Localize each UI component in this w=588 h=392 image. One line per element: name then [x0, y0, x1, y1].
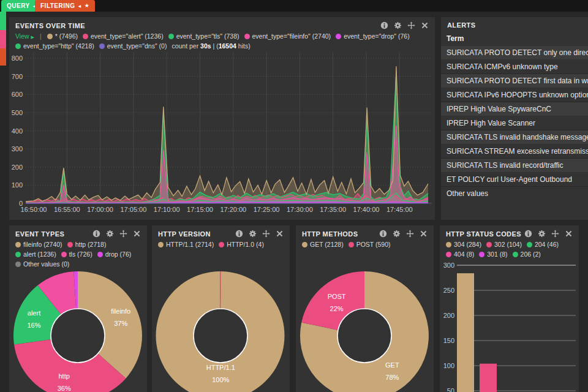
close-icon[interactable]: [565, 230, 573, 238]
alert-term-row[interactable]: SURICATA PROTO DETECT first data in wron…: [441, 74, 588, 88]
legend-item[interactable]: event_type="tls" (738): [168, 32, 239, 40]
view-link[interactable]: View ▶: [15, 32, 34, 40]
info-icon[interactable]: [524, 230, 532, 238]
legend-item[interactable]: event_type="alert" (1236): [83, 32, 164, 40]
legend-item[interactable]: HTTP/1.0 (4): [219, 241, 264, 248]
legend-item[interactable]: 404 (8): [446, 251, 474, 258]
alert-term-row[interactable]: SURICATA IPv6 HOPOPTS unknown option: [441, 88, 588, 102]
gear-icon[interactable]: [393, 230, 401, 238]
legend-color-dot: [336, 34, 341, 39]
legend-item[interactable]: alert (1236): [15, 251, 56, 258]
legend-item[interactable]: drop (76): [97, 251, 132, 258]
count-per-note: count per 30s | (16504 hits): [172, 42, 250, 50]
legend-item[interactable]: 301 (8): [479, 251, 507, 258]
row-collapse-strip-orange[interactable]: [0, 48, 6, 66]
legend-label: event_type="tls" (738): [176, 32, 239, 40]
svg-text:200: 200: [12, 164, 23, 171]
alert-term-row[interactable]: IPREP High Value Scanner: [441, 116, 588, 130]
move-icon[interactable]: [119, 230, 127, 238]
legend-label: fileinfo (2740): [23, 241, 62, 248]
alert-term-row[interactable]: SURICATA ICMPv6 unknown type: [441, 60, 588, 74]
panel-controls: [379, 230, 428, 238]
legend-color-dot: [513, 252, 518, 257]
gear-icon[interactable]: [394, 21, 402, 29]
gear-icon[interactable]: [538, 230, 546, 238]
panel-title: EVENTS OVER TIME: [15, 22, 85, 29]
event-types-legend: fileinfo (2740)http (2718)alert (1236)tl…: [9, 239, 147, 268]
star-icon[interactable]: ★: [85, 3, 90, 9]
legend-item[interactable]: fileinfo (2740): [15, 241, 62, 248]
legend-label: HTTP/1.1 (2714): [166, 241, 214, 248]
legend-label: 302 (104): [494, 241, 522, 248]
svg-text:HTTP/1.1: HTTP/1.1: [206, 364, 235, 371]
legend-label: 206 (2): [521, 251, 541, 258]
svg-text:17:35:00: 17:35:00: [320, 206, 346, 213]
info-icon[interactable]: [380, 21, 388, 29]
legend-item[interactable]: 304 (284): [446, 241, 481, 248]
svg-text:100%: 100%: [212, 376, 229, 383]
close-icon[interactable]: [276, 230, 284, 238]
legend-label: event_type="drop" (76): [344, 32, 410, 40]
legend-color-dot: [486, 242, 492, 247]
svg-text:22%: 22%: [330, 305, 344, 312]
legend-label: * (7496): [55, 32, 78, 40]
close-icon[interactable]: [421, 21, 429, 29]
legend-color-dot: [527, 242, 532, 247]
svg-text:100: 100: [12, 181, 23, 189]
alert-term-row[interactable]: Other values: [441, 187, 588, 200]
panel-event-types: EVENT TYPES fileinfo (2740)http (2718)al…: [9, 225, 147, 392]
tab-filtering[interactable]: FILTERING ◀ ★: [35, 0, 95, 12]
legend-color-dot: [15, 242, 21, 247]
legend-item[interactable]: tls (726): [61, 251, 92, 258]
panel-http-methods: HTTP METHODS GET (2128)POST (590) GET78%…: [296, 225, 434, 392]
row-collapse-strip-green[interactable]: [0, 12, 6, 30]
legend-item[interactable]: HTTP/1.1 (2714): [158, 241, 214, 248]
alert-term-row[interactable]: SURICATA STREAM excessive retransmission…: [441, 145, 588, 159]
svg-text:GET: GET: [385, 361, 399, 369]
panel-title: HTTP METHODS: [302, 230, 358, 238]
legend-label: HTTP/1.0 (4): [227, 241, 264, 248]
legend-item[interactable]: http (2718): [67, 241, 107, 248]
legend-item[interactable]: 206 (2): [513, 251, 541, 258]
legend-item[interactable]: POST (590): [349, 241, 391, 248]
legend-item[interactable]: event_type="dns" (0): [99, 42, 167, 50]
svg-text:150: 150: [443, 337, 454, 344]
legend-label: drop (76): [105, 251, 132, 258]
move-icon[interactable]: [406, 230, 414, 238]
legend-item[interactable]: GET (2128): [302, 241, 344, 248]
info-icon[interactable]: [235, 230, 243, 238]
move-icon[interactable]: [407, 21, 415, 29]
legend-item[interactable]: event_type="http" (4218): [15, 42, 94, 50]
legend-item[interactable]: 302 (104): [486, 241, 522, 248]
move-icon[interactable]: [262, 230, 270, 238]
gear-icon[interactable]: [249, 230, 257, 238]
svg-text:300: 300: [443, 262, 454, 269]
legend-item[interactable]: Other values (0): [15, 260, 69, 268]
legend-item[interactable]: event_type="fileinfo" (2740): [244, 32, 331, 40]
legend-item[interactable]: * (7496): [47, 32, 78, 40]
alert-term-row[interactable]: IPREP High Value SpywareCnC: [441, 102, 588, 116]
svg-text:17:25:00: 17:25:00: [254, 206, 280, 213]
close-icon[interactable]: [420, 230, 428, 238]
svg-text:17:05:00: 17:05:00: [120, 206, 146, 213]
collapse-icon[interactable]: ◀: [78, 4, 81, 8]
alert-term-row[interactable]: SURICATA TLS invalid handshake message: [441, 130, 588, 145]
panel-title: EVENT TYPES: [15, 230, 64, 238]
row-collapse-strip-pink[interactable]: [0, 30, 6, 48]
legend-color-dot: [83, 34, 88, 39]
gear-icon[interactable]: [106, 230, 114, 238]
legend-item[interactable]: 204 (46): [527, 241, 559, 248]
alert-term-row[interactable]: SURICATA PROTO DETECT only one direction…: [441, 46, 588, 60]
svg-text:78%: 78%: [385, 374, 399, 381]
legend-color-dot: [67, 242, 73, 247]
info-icon[interactable]: [92, 230, 100, 238]
alert-term-row[interactable]: SURICATA TLS invalid record/traffic: [441, 159, 588, 173]
move-icon[interactable]: [551, 230, 559, 238]
http-methods-legend: GET (2128)POST (590): [296, 239, 434, 248]
info-icon[interactable]: [379, 230, 387, 238]
close-icon[interactable]: [133, 230, 141, 238]
tab-filtering-label: FILTERING: [40, 2, 75, 9]
legend-label: 304 (284): [454, 241, 481, 248]
legend-item[interactable]: event_type="drop" (76): [336, 32, 410, 40]
alert-term-row[interactable]: ET POLICY curl User-Agent Outbound: [441, 173, 588, 187]
